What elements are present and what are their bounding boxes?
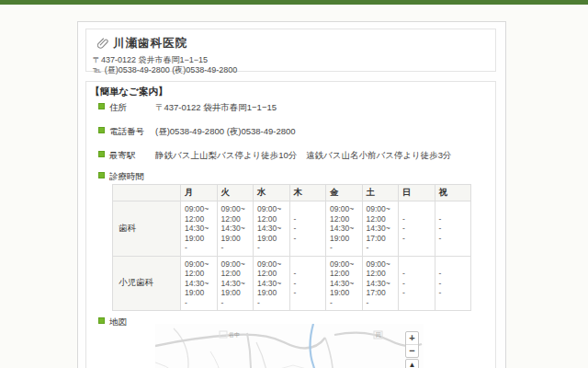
map-drawing: 谷中 田 <box>155 324 424 368</box>
department-name: 歯科 <box>113 201 181 257</box>
hours-cell: 09:00~ 12:00 14:30~ 19:00 - <box>217 201 254 257</box>
zoom-out-button[interactable]: − <box>406 344 418 357</box>
clinic-header: 川瀬歯科医院 〒437-0122 袋井市春岡1−1−15 ℡(昼)0538-49… <box>85 29 496 72</box>
phone-value: (昼)0538-49-2800 (夜)0538-49-2800 <box>155 126 296 138</box>
hours-cell: - - - <box>289 201 326 257</box>
top-green-bar <box>0 0 588 5</box>
hours-cell: 09:00~ 12:00 14:30~ 19:00 - <box>326 201 363 257</box>
green-square-bullet <box>98 103 105 109</box>
day-header-mon: 月 <box>181 185 218 201</box>
station-value-2: 遠鉄バス山名小前バス停より徒歩3分 <box>306 150 452 162</box>
schedule-header-row: 月 火 水 木 金 土 日 祝 <box>113 185 471 201</box>
hours-cell: 09:00~ 12:00 14:30~ 19:00 - <box>181 256 218 311</box>
guide-section: 【簡単なご案内】 住所 〒437-0122 袋井市春岡1−1−15 電話番号 (… <box>85 81 496 368</box>
schedule-table: 月 火 水 木 金 土 日 祝 歯科 09:00~ 12:00 14:30~ 1… <box>112 184 471 311</box>
schedule-row-dental: 歯科 09:00~ 12:00 14:30~ 19:00 - 09:00~ 12… <box>113 201 471 257</box>
hours-cell: - - - <box>399 201 435 257</box>
hours-cell: - - - <box>399 256 435 311</box>
map-place-label: 田 <box>376 332 381 339</box>
hours-cell: 09:00~ 12:00 14:30~ 17:00 - <box>362 201 399 257</box>
day-header-wed: 水 <box>254 185 290 201</box>
green-square-bullet <box>98 317 105 324</box>
map-label: 地図 <box>109 316 127 328</box>
green-square-bullet <box>98 127 105 133</box>
map-extra-button[interactable]: ▲ <box>406 360 418 368</box>
day-header-holiday: 祝 <box>435 185 471 201</box>
phone-label: 電話番号 <box>109 126 144 138</box>
hours-cell: 09:00~ 12:00 14:30~ 17:00 - <box>362 256 399 311</box>
station-value-1: 静鉄バス上山梨バス停より徒歩10分 <box>155 150 297 162</box>
day-header-sat: 土 <box>362 185 399 201</box>
map-zoom-control: + − <box>405 331 419 358</box>
day-header-sun: 日 <box>399 185 435 201</box>
clinic-title-row: 川瀬歯科医院 <box>97 36 187 52</box>
paperclip-icon <box>97 38 108 50</box>
day-header-thu: 木 <box>289 185 326 201</box>
hours-cell: 09:00~ 12:00 14:30~ 19:00 - <box>254 256 290 311</box>
department-name: 小児歯科 <box>113 256 181 311</box>
day-header-fri: 金 <box>326 185 363 201</box>
hours-cell: - - - <box>435 256 471 311</box>
day-header-tue: 火 <box>217 185 254 201</box>
map-place-label: 谷中 <box>229 332 240 339</box>
station-label: 最寄駅 <box>109 150 136 162</box>
address-label: 住所 <box>109 102 127 114</box>
hours-label: 診療時間 <box>109 171 144 183</box>
clinic-tel-line: ℡(昼)0538-49-2800 (夜)0538-49-2800 <box>93 64 237 76</box>
map-canvas[interactable]: 谷中 田 + − ▲ <box>155 324 424 368</box>
clinic-tel-numbers: (昼)0538-49-2800 (夜)0538-49-2800 <box>105 65 238 75</box>
map-extra-control: ▲ <box>405 359 419 368</box>
green-square-bullet <box>98 151 105 157</box>
address-value: 〒437-0122 袋井市春岡1−1−15 <box>155 102 277 114</box>
tel-icon: ℡ <box>93 65 102 75</box>
hours-cell: 09:00~ 12:00 14:30~ 19:00 - <box>217 256 254 311</box>
schedule-corner-cell <box>113 185 181 201</box>
zoom-in-button[interactable]: + <box>406 332 418 344</box>
guide-section-title: 【簡単なご案内】 <box>90 86 168 98</box>
hours-cell: 09:00~ 12:00 14:30~ 19:00 - <box>181 201 218 257</box>
hours-cell: - - - <box>435 201 471 257</box>
schedule-row-pediatric-dental: 小児歯科 09:00~ 12:00 14:30~ 19:00 - 09:00~ … <box>113 256 471 311</box>
hours-cell: - - - <box>289 256 326 311</box>
hours-cell: 09:00~ 12:00 14:30~ 19:00 - <box>254 201 290 257</box>
clinic-name: 川瀬歯科医院 <box>113 36 187 52</box>
green-square-bullet <box>98 172 105 178</box>
hours-cell: 09:00~ 12:00 14:30~ 19:00 - <box>326 256 363 311</box>
clinic-info-card: 川瀬歯科医院 〒437-0122 袋井市春岡1−1−15 ℡(昼)0538-49… <box>77 21 506 368</box>
